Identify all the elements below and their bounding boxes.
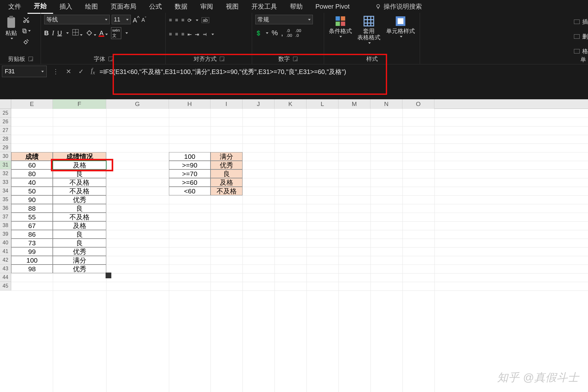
wrap-text-button[interactable]: ab <box>202 17 209 23</box>
table1-status-32[interactable]: 良 <box>53 169 106 178</box>
align-middle-button[interactable]: ≡ <box>175 17 178 23</box>
italic-button[interactable]: I <box>52 29 54 37</box>
column-header-J[interactable]: J <box>242 99 274 109</box>
row-header-37[interactable]: 37 <box>0 213 11 221</box>
table1-status-36[interactable]: 良 <box>53 204 106 213</box>
accounting-format-button[interactable]: 💲 <box>255 30 262 36</box>
conditional-formatting-button[interactable]: 条件格式 <box>328 15 353 38</box>
cell-grid[interactable]: 成绩成绩情况60及格80良40不及格50不及格90优秀88良55不及格67及格8… <box>11 109 588 392</box>
row-header-26[interactable]: 26 <box>0 118 11 126</box>
format-painter-button[interactable] <box>22 37 31 46</box>
table1-score-33[interactable]: 40 <box>11 178 53 187</box>
table1-score-37[interactable]: 55 <box>11 213 53 221</box>
align-bottom-button[interactable]: ≡ <box>181 17 184 23</box>
row-header-32[interactable]: 32 <box>0 169 11 178</box>
comma-style-button[interactable]: , <box>281 29 283 37</box>
tab-file[interactable]: 文件 <box>2 0 28 13</box>
table1-status-31[interactable]: 及格 <box>53 161 106 169</box>
worksheet[interactable]: EFGHIJKLMNO 2526272829303132333435363738… <box>0 99 588 392</box>
formula-input[interactable]: =IFS(E31<60,"不及格",E31=100,"满分",E31>=90,"… <box>99 64 585 76</box>
tab-draw[interactable]: 绘图 <box>79 0 104 13</box>
row-header-29[interactable]: 29 <box>0 143 11 152</box>
table1-status-40[interactable]: 良 <box>53 239 106 247</box>
column-header-K[interactable]: K <box>274 99 306 109</box>
row-header-33[interactable]: 33 <box>0 178 11 187</box>
table1-status-37[interactable]: 不及格 <box>53 213 106 221</box>
insert-cells-button[interactable]: 插 <box>574 18 588 26</box>
table1-score-34[interactable]: 50 <box>11 187 53 195</box>
increase-font-button[interactable]: A^ <box>133 15 139 24</box>
tab-review[interactable]: 审阅 <box>194 0 219 13</box>
table1-score-31[interactable]: 60 <box>11 161 53 169</box>
tell-me-search[interactable]: 操作说明搜索 <box>369 0 428 13</box>
tab-view[interactable]: 视图 <box>219 0 245 13</box>
font-name-select[interactable]: 等线 <box>44 15 110 24</box>
orientation-button[interactable]: ⟳ <box>187 17 192 23</box>
row-header-42[interactable]: 42 <box>0 256 11 265</box>
row-header-28[interactable]: 28 <box>0 135 11 143</box>
table1-status-35[interactable]: 优秀 <box>53 195 106 204</box>
column-header-O[interactable]: O <box>402 99 434 109</box>
table1-header-score[interactable]: 成绩 <box>11 152 53 161</box>
table2-label-32[interactable]: 良 <box>211 169 242 178</box>
decrease-indent-button[interactable]: ⇤ <box>187 31 192 37</box>
number-dialog-launcher[interactable] <box>293 57 298 61</box>
phonetic-button[interactable]: wén文 <box>111 27 121 39</box>
table1-status-39[interactable]: 良 <box>53 230 106 239</box>
tab-help[interactable]: 帮助 <box>283 0 309 13</box>
row-header-44[interactable]: 44 <box>0 273 11 282</box>
column-header-E[interactable]: E <box>11 99 53 109</box>
table2-label-30[interactable]: 满分 <box>211 152 242 161</box>
table1-status-38[interactable]: 及格 <box>53 221 106 230</box>
delete-cells-button[interactable]: 删 <box>574 33 588 40</box>
table1-status-43[interactable]: 优秀 <box>53 265 106 273</box>
column-header-L[interactable]: L <box>306 99 338 109</box>
row-header-31[interactable]: 31 <box>0 161 11 169</box>
column-header-G[interactable]: G <box>106 99 169 109</box>
number-format-select[interactable]: 常规 <box>255 15 313 24</box>
align-left-button[interactable]: ≡ <box>169 31 172 37</box>
increase-indent-button[interactable]: ⇥ <box>195 31 199 37</box>
increase-decimal-button[interactable]: .0.00 <box>286 28 292 38</box>
align-center-button[interactable]: ≡ <box>175 31 178 37</box>
row-header-36[interactable]: 36 <box>0 204 11 213</box>
table1-status-42[interactable]: 满分 <box>53 256 106 265</box>
underline-button[interactable]: U <box>57 29 62 37</box>
column-header-H[interactable]: H <box>169 99 211 109</box>
column-header-N[interactable]: N <box>370 99 402 109</box>
table1-score-41[interactable]: 99 <box>11 247 53 256</box>
table1-score-32[interactable]: 80 <box>11 169 53 178</box>
font-dialog-launcher[interactable] <box>108 57 113 61</box>
row-header-40[interactable]: 40 <box>0 239 11 247</box>
column-header-M[interactable]: M <box>338 99 370 109</box>
table1-score-35[interactable]: 90 <box>11 195 53 204</box>
tab-formulas[interactable]: 公式 <box>143 0 168 13</box>
alignment-dialog-launcher[interactable] <box>220 57 224 61</box>
table1-status-34[interactable]: 不及格 <box>53 187 106 195</box>
align-top-button[interactable]: ≡ <box>169 17 172 23</box>
percent-button[interactable]: % <box>272 29 278 37</box>
format-cells-button[interactable]: 格 <box>574 47 588 55</box>
font-color-button[interactable]: A <box>99 29 108 37</box>
tab-developer[interactable]: 开发工具 <box>245 0 283 13</box>
table2-label-31[interactable]: 优秀 <box>211 161 242 169</box>
table2-cond-31[interactable]: >=90 <box>169 161 211 169</box>
row-header-27[interactable]: 27 <box>0 126 11 135</box>
decrease-decimal-button[interactable]: .00.0 <box>295 28 301 38</box>
cell-styles-button[interactable]: 单元格样式 <box>385 15 416 38</box>
copy-button[interactable] <box>22 26 31 35</box>
row-header-25[interactable]: 25 <box>0 109 11 118</box>
column-header-F[interactable]: F <box>53 99 106 109</box>
table2-cond-34[interactable]: <60 <box>169 187 211 195</box>
font-size-select[interactable]: 11 <box>112 15 131 24</box>
decrease-font-button[interactable]: Aˇ <box>141 16 146 23</box>
row-header-34[interactable]: 34 <box>0 187 11 195</box>
bold-button[interactable]: B <box>44 29 49 37</box>
row-header-30[interactable]: 30 <box>0 152 11 161</box>
cut-button[interactable] <box>22 15 31 24</box>
align-right-button[interactable]: ≡ <box>181 31 184 37</box>
tab-insert[interactable]: 插入 <box>53 0 79 13</box>
table1-score-39[interactable]: 86 <box>11 230 53 239</box>
merge-center-button[interactable]: ⫤ <box>202 31 207 37</box>
row-header-39[interactable]: 39 <box>0 230 11 239</box>
